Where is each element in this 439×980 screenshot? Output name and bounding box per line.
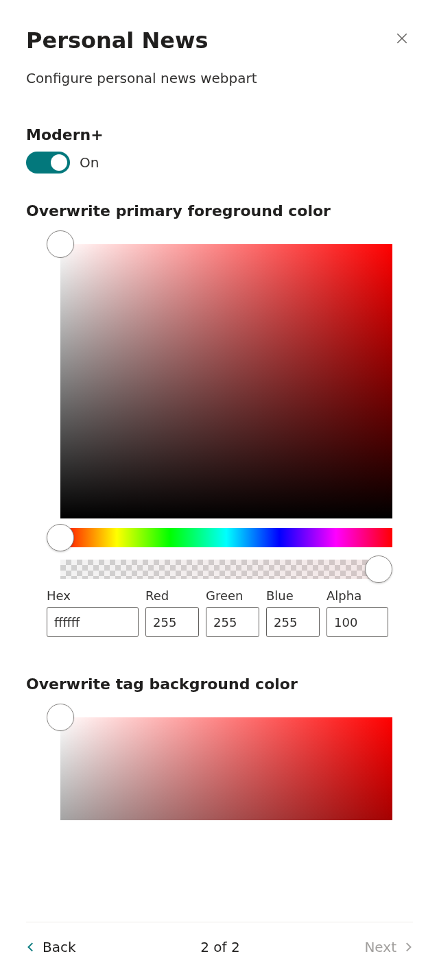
blue-input[interactable] <box>266 607 320 637</box>
chevron-right-icon <box>403 942 413 952</box>
hue-thumb[interactable] <box>47 524 74 551</box>
alpha-slider[interactable] <box>47 560 392 579</box>
sv-cursor[interactable] <box>47 230 74 258</box>
red-label: Red <box>145 588 199 603</box>
pager-footer: Back 2 of 2 Next <box>26 922 413 980</box>
tag-bg-color-label: Overwrite tag background color <box>26 676 413 693</box>
alpha-input[interactable] <box>327 607 388 637</box>
back-label: Back <box>43 939 76 955</box>
toggle-state-text: On <box>80 154 99 171</box>
chevron-left-icon <box>26 942 36 952</box>
hue-track <box>60 528 392 547</box>
close-icon <box>396 32 408 45</box>
property-pane: Personal News Configure personal news we… <box>0 0 439 980</box>
close-button[interactable] <box>391 27 413 49</box>
toggle-thumb <box>51 154 67 171</box>
foreground-color-picker: Hex Red Green Blue Alpha <box>26 230 413 637</box>
modern-plus-toggle-row: On <box>26 152 413 174</box>
panel-title: Personal News <box>26 27 209 53</box>
header: Personal News <box>26 27 413 53</box>
saturation-value-area[interactable] <box>47 230 392 518</box>
next-label: Next <box>364 939 396 955</box>
panel-subtitle: Configure personal news webpart <box>26 70 413 86</box>
hue-slider[interactable] <box>47 528 392 547</box>
color-input-row: Hex Red Green Blue Alpha <box>47 588 392 637</box>
tag-bg-color-picker <box>26 704 413 820</box>
modern-plus-toggle[interactable] <box>26 152 70 174</box>
saturation-value-area-2[interactable] <box>47 704 392 820</box>
sv-gradient-2 <box>60 717 392 820</box>
foreground-color-label: Overwrite primary foreground color <box>26 202 413 219</box>
hex-label: Hex <box>47 588 139 603</box>
blue-label: Blue <box>266 588 320 603</box>
next-button: Next <box>364 939 413 955</box>
alpha-track <box>60 560 379 579</box>
toggle-label: Modern+ <box>26 126 413 143</box>
alpha-thumb[interactable] <box>365 555 392 583</box>
green-label: Green <box>206 588 259 603</box>
sv-cursor-2[interactable] <box>47 704 74 731</box>
back-button[interactable]: Back <box>26 939 76 955</box>
pager-text: 2 of 2 <box>200 939 239 955</box>
sv-gradient <box>60 244 392 518</box>
hex-input[interactable] <box>47 607 139 637</box>
red-input[interactable] <box>145 607 199 637</box>
alpha-label: Alpha <box>327 588 388 603</box>
green-input[interactable] <box>206 607 259 637</box>
